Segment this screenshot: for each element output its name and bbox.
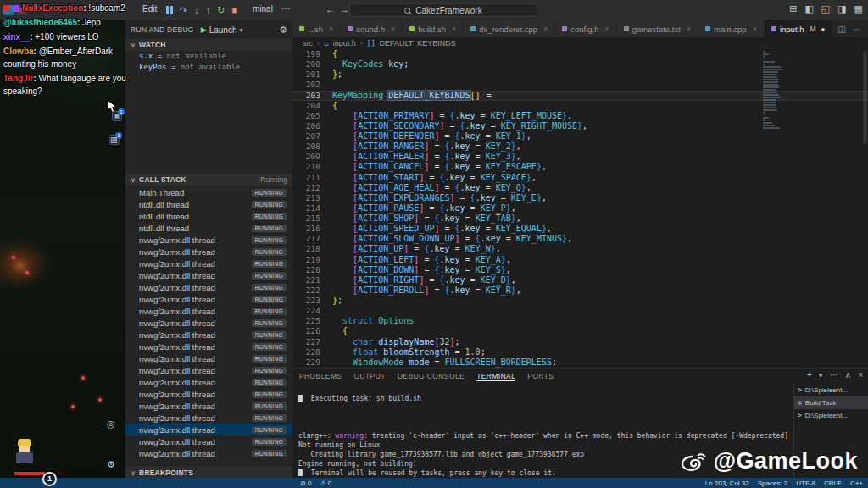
thread-row[interactable]: nvwgf2umx.dll threadRUNNING: [125, 376, 292, 388]
customize-layout-icon[interactable]: ▦: [854, 3, 863, 14]
code-text: {: [332, 49, 337, 59]
restart-icon[interactable]: ↻: [217, 5, 225, 16]
menu-terminal-partial[interactable]: minal: [253, 4, 273, 14]
pause-icon[interactable]: [166, 6, 173, 15]
close-icon[interactable]: ×: [753, 25, 757, 33]
terminal-picker-icon[interactable]: ▾: [819, 370, 823, 380]
thread-row[interactable]: nvwgf2umx.dll threadRUNNING: [125, 412, 292, 424]
editor-tab[interactable]: input.hM●: [765, 20, 832, 37]
thread-row[interactable]: nvwgf2umx.dll threadRUNNING: [125, 234, 292, 246]
scrollbar[interactable]: [863, 51, 867, 144]
panel-tab-debug-console[interactable]: DEBUG CONSOLE: [398, 372, 465, 380]
panel-tab-ports[interactable]: PORTS: [527, 372, 554, 380]
close-icon[interactable]: ×: [605, 25, 609, 33]
thread-row[interactable]: Main ThreadRUNNING: [125, 186, 292, 198]
panel-tab-terminal[interactable]: TERMINAL: [476, 372, 515, 381]
new-terminal-icon[interactable]: +: [807, 370, 812, 380]
toggle-sidebar-icon[interactable]: ◧: [804, 3, 813, 14]
step-over-icon[interactable]: ↷: [180, 5, 187, 16]
panel-tab-output[interactable]: OUTPUT: [353, 372, 385, 380]
gear-icon[interactable]: ⚙: [279, 25, 287, 36]
code-token: mode: [409, 358, 429, 367]
status-item[interactable]: Ln 203, Col 32: [705, 480, 749, 487]
thread-row[interactable]: nvwgf2umx.dll threadRUNNING: [125, 293, 292, 305]
menu-overflow[interactable]: ···: [281, 4, 290, 14]
record-circle-icon[interactable]: ◎: [107, 419, 115, 430]
thread-row[interactable]: nvwgf2umx.dll threadRUNNING: [125, 424, 292, 435]
breadcrumb-item[interactable]: src: [303, 39, 313, 47]
overlay-app-icon[interactable]: ▣ 1: [112, 111, 122, 121]
editor-tab[interactable]: build.sh×: [403, 20, 464, 37]
more-icon[interactable]: ⋯: [830, 370, 838, 380]
editor-tab[interactable]: dx_renderer.cpp×: [464, 20, 555, 37]
thread-state-badge: RUNNING: [252, 260, 287, 268]
terminal-list-item[interactable]: >D:\Spieleent...: [794, 409, 868, 422]
status-item[interactable]: Spaces: 2: [758, 480, 788, 487]
close-icon[interactable]: ×: [391, 25, 395, 33]
status-item[interactable]: ⚠ 0: [320, 480, 331, 487]
thread-row[interactable]: ntdll.dll threadRUNNING: [125, 210, 292, 222]
close-icon[interactable]: ×: [329, 25, 333, 33]
breadcrumb-item[interactable]: input.h: [333, 39, 356, 47]
status-item[interactable]: C++: [850, 480, 863, 487]
panel-tab-problems[interactable]: PROBLEMS: [299, 372, 342, 380]
terminal-list-item[interactable]: >D:\Spieleent...: [794, 384, 868, 396]
thread-row[interactable]: nvwgf2umx.dll threadRUNNING: [125, 388, 292, 400]
thread-row[interactable]: nvwgf2umx.dll threadRUNNING: [125, 305, 292, 317]
launch-config-dropdown[interactable]: ▶ Launch ▾: [201, 25, 243, 35]
watch-row[interactable]: s.x = not available: [125, 51, 292, 62]
step-out-icon[interactable]: ↑: [206, 5, 211, 16]
breakpoints-section-header[interactable]: ∨ BREAKPOINTS: [125, 467, 292, 479]
close-icon[interactable]: ×: [543, 25, 548, 33]
thread-row[interactable]: nvwgf2umx.dll threadRUNNING: [125, 317, 292, 329]
nav-back-icon[interactable]: ←: [326, 4, 335, 14]
thread-row[interactable]: nvwgf2umx.dll threadRUNNING: [125, 281, 292, 293]
editor-tab[interactable]: ...sh×: [292, 20, 341, 37]
toggle-panel-alt-icon[interactable]: ⊞: [789, 3, 797, 14]
editor-tab[interactable]: config.h×: [555, 20, 617, 37]
thread-row[interactable]: ntdll.dll threadRUNNING: [125, 198, 292, 210]
status-item[interactable]: CRLF: [824, 480, 842, 487]
thread-row[interactable]: nvwgf2umx.dll threadRUNNING: [125, 246, 292, 258]
toggle-panel-icon[interactable]: ◱: [821, 3, 830, 14]
status-item[interactable]: UTF-8: [796, 480, 815, 487]
editor-tab[interactable]: sound.h×: [341, 20, 403, 37]
split-editor-icon[interactable]: ◫: [838, 25, 846, 34]
callstack-section-header[interactable]: ∨ CALL STACK Running: [125, 174, 292, 186]
thread-row[interactable]: ntdll.dll threadRUNNING: [125, 222, 292, 234]
nav-forward-icon[interactable]: →: [340, 4, 349, 14]
toggle-secondary-sidebar-icon[interactable]: ◨: [837, 3, 846, 14]
thread-row[interactable]: nvwgf2umx.dll threadRUNNING: [125, 341, 292, 352]
close-icon[interactable]: ×: [687, 25, 691, 33]
thread-row[interactable]: nvwgf2umx.dll threadRUNNING: [125, 447, 292, 459]
command-center-search[interactable]: CakezFramework: [349, 3, 537, 17]
menu-edit[interactable]: Edit: [142, 4, 157, 14]
thread-row[interactable]: nvwgf2umx.dll threadRUNNING: [125, 329, 292, 341]
code-editor[interactable]: 199{200 KeyCodes key;201};202203KeyMappi…: [292, 49, 868, 368]
status-item[interactable]: ⊘ 0: [300, 480, 311, 487]
maximize-panel-icon[interactable]: ∧: [845, 370, 851, 380]
terminal-list-item[interactable]: ⚙Build Task: [794, 396, 868, 409]
thread-row[interactable]: nvwgf2umx.dll threadRUNNING: [125, 364, 292, 376]
thread-row[interactable]: nvwgf2umx.dll threadRUNNING: [125, 258, 292, 269]
minimap[interactable]: [763, 51, 788, 130]
settings-gear-icon[interactable]: ⚙: [107, 459, 115, 470]
watch-section-header[interactable]: ∨ WATCH: [125, 39, 292, 51]
close-panel-icon[interactable]: ×: [858, 370, 863, 380]
thread-row[interactable]: nvwgf2umx.dll threadRUNNING: [125, 435, 292, 447]
minimap-line: [763, 86, 779, 88]
close-icon[interactable]: ×: [452, 25, 456, 33]
thread-row[interactable]: nvwgf2umx.dll threadRUNNING: [125, 352, 292, 364]
step-into-icon[interactable]: ↓: [194, 5, 199, 16]
more-actions-icon[interactable]: ⋯: [853, 25, 861, 34]
grid-icon[interactable]: ⊞: [110, 136, 117, 145]
start-debug-icon[interactable]: ▶: [201, 25, 207, 34]
watch-row[interactable]: keyPos = not available: [125, 62, 292, 73]
thread-row[interactable]: nvwgf2umx.dll threadRUNNING: [125, 400, 292, 412]
stop-icon[interactable]: ■: [231, 5, 237, 16]
thread-name: ntdll.dll thread: [139, 200, 252, 209]
thread-row[interactable]: nvwgf2umx.dll threadRUNNING: [125, 269, 292, 281]
editor-tab[interactable]: gamestate.txt×: [617, 20, 698, 37]
editor-tab[interactable]: main.cpp×: [698, 20, 765, 37]
breadcrumb-item[interactable]: DEFAULT_KEYBINDS: [379, 39, 455, 47]
